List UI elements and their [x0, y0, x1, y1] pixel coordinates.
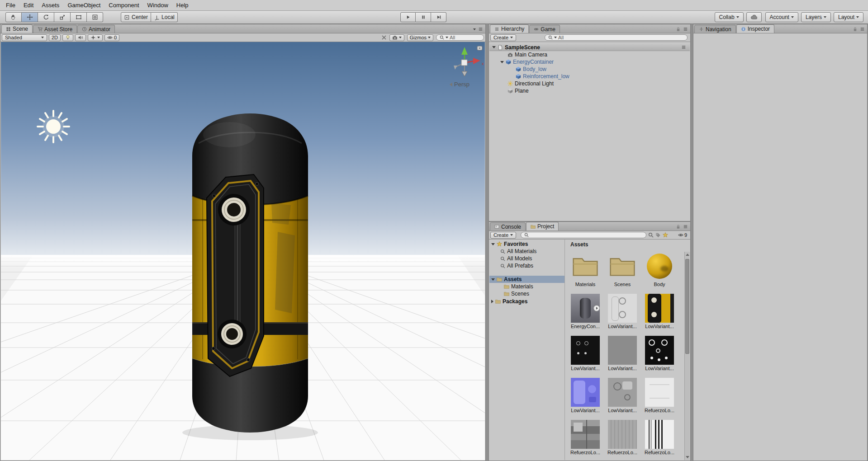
rotate-tool-button[interactable] — [38, 12, 54, 22]
search-by-type-icon[interactable] — [648, 232, 654, 238]
play-button[interactable] — [400, 12, 416, 22]
scale-tool-button[interactable] — [54, 12, 71, 22]
pane-dropdown-icon[interactable] — [473, 28, 476, 30]
asset-item[interactable]: LowVariant... — [641, 294, 678, 336]
editor-tools-icon[interactable] — [381, 35, 387, 40]
menu-edit[interactable]: Edit — [19, 0, 38, 10]
tab-asset-store[interactable]: Asset Store — [33, 25, 77, 33]
scrollbar-thumb[interactable] — [685, 259, 689, 354]
scene-audio-toggle[interactable] — [75, 34, 86, 41]
sidebar-all-models[interactable]: All Models — [489, 255, 564, 262]
menu-help[interactable]: Help — [172, 0, 193, 10]
search-by-label-icon[interactable] — [655, 232, 661, 238]
pane-menu-icon[interactable] — [683, 27, 688, 32]
asset-item[interactable]: LowVariant... — [641, 336, 678, 378]
hierarchy-item-body-low[interactable]: Body_low — [489, 66, 690, 73]
expander-icon[interactable] — [500, 61, 504, 63]
menu-component[interactable]: Component — [104, 0, 143, 10]
asset-item[interactable]: LowVariant... — [604, 378, 641, 420]
asset-item[interactable]: Materials — [567, 252, 604, 294]
hierarchy-item-directional-light[interactable]: Directional Light — [489, 80, 690, 87]
hierarchy-item-samplescene[interactable]: SampleScene — [489, 44, 690, 51]
pivot-mode-button[interactable]: Center — [121, 12, 151, 22]
move-tool-button[interactable] — [22, 12, 38, 22]
sidebar-materials-folder[interactable]: Materials — [489, 283, 564, 290]
tab-scene[interactable]: Scene — [1, 24, 33, 33]
prefab-expand-icon[interactable] — [593, 305, 600, 311]
lock-icon[interactable] — [676, 224, 681, 229]
expander-icon[interactable] — [492, 46, 496, 48]
asset-item[interactable]: EnergyCon... — [567, 294, 604, 336]
favorite-search-icon[interactable] — [663, 232, 668, 238]
scene-search-input[interactable]: All — [436, 34, 484, 41]
asset-item[interactable]: LowVariant... — [604, 336, 641, 378]
menu-gameobject[interactable]: GameObject — [63, 0, 104, 10]
scene-lighting-toggle[interactable] — [62, 34, 73, 41]
menu-window[interactable]: Window — [143, 0, 172, 10]
asset-item[interactable]: Body — [641, 252, 678, 294]
layout-button[interactable]: Layout — [834, 12, 863, 22]
menu-file[interactable]: File — [2, 0, 19, 10]
transform-tool-button[interactable] — [87, 12, 103, 22]
project-scrollbar[interactable] — [684, 252, 690, 460]
hierarchy-search-input[interactable]: All — [545, 34, 688, 41]
step-button[interactable] — [431, 12, 446, 22]
scene-options-icon[interactable] — [681, 45, 686, 50]
shading-mode-dropdown[interactable]: Shaded — [2, 34, 47, 41]
sidebar-scenes-folder[interactable]: Scenes — [489, 290, 564, 297]
pane-menu-icon[interactable] — [860, 27, 865, 32]
asset-item[interactable]: RefuerzoLo... — [604, 420, 641, 461]
2d-toggle-button[interactable]: 2D — [49, 34, 61, 41]
viewport-settings-icon[interactable] — [477, 46, 482, 50]
project-search-input[interactable] — [521, 232, 646, 238]
scene-viewport[interactable]: x Persp — [1, 42, 485, 460]
tab-project[interactable]: Project — [526, 222, 559, 230]
account-button[interactable]: Account — [765, 12, 798, 22]
scene-camera-dropdown[interactable] — [389, 34, 404, 41]
cloud-button[interactable] — [746, 12, 762, 22]
expander-icon[interactable] — [491, 278, 495, 281]
hierarchy-create-dropdown[interactable]: Create — [490, 34, 516, 41]
scroll-down-icon[interactable] — [686, 456, 689, 458]
asset-item[interactable]: RefuerzoLo... — [641, 378, 678, 420]
tab-console[interactable]: Console — [490, 222, 526, 230]
scroll-up-icon[interactable] — [686, 254, 689, 256]
energy-container-object[interactable] — [192, 113, 308, 433]
sidebar-packages-root[interactable]: Packages — [489, 298, 564, 305]
project-create-dropdown[interactable]: Create — [490, 232, 516, 239]
lock-icon[interactable] — [853, 27, 858, 32]
asset-item[interactable]: LowVariant... — [604, 294, 641, 336]
scene-effects-dropdown[interactable] — [88, 34, 103, 41]
hand-tool-button[interactable] — [5, 12, 22, 22]
sidebar-all-materials[interactable]: All Materials — [489, 248, 564, 255]
pane-menu-icon[interactable] — [478, 27, 483, 32]
asset-item[interactable]: RefuerzoLo... — [641, 420, 678, 461]
sidebar-all-prefabs[interactable]: All Prefabs — [489, 262, 564, 269]
expander-icon[interactable] — [491, 243, 495, 245]
hierarchy-item-plane[interactable]: Plane — [489, 87, 690, 94]
tab-hierarchy[interactable]: Hierarchy — [490, 24, 529, 33]
expander-icon[interactable] — [491, 300, 493, 303]
sidebar-favorites[interactable]: Favorites — [489, 240, 564, 248]
lock-icon[interactable] — [676, 27, 681, 32]
pivot-rotation-button[interactable]: Local — [151, 12, 178, 22]
hierarchy-item-reinforcement-low[interactable]: Reinforcement_low — [489, 73, 690, 80]
collab-button[interactable]: Collab — [715, 12, 744, 22]
tab-navigation[interactable]: Navigation — [694, 25, 736, 33]
menu-assets[interactable]: Assets — [38, 0, 63, 10]
asset-item[interactable]: LowVariant... — [567, 378, 604, 420]
hidden-packages-toggle[interactable]: 9 — [678, 232, 687, 238]
gizmos-dropdown[interactable]: Gizmos — [407, 34, 433, 41]
pane-menu-icon[interactable] — [683, 224, 688, 229]
tab-inspector[interactable]: Inspector — [736, 24, 774, 33]
tab-animator[interactable]: Animator — [77, 25, 115, 33]
hierarchy-item-main-camera[interactable]: Main Camera — [489, 51, 690, 58]
tab-game[interactable]: Game — [529, 25, 560, 33]
sidebar-assets-root[interactable]: Assets — [489, 276, 564, 283]
rect-tool-button[interactable] — [71, 12, 87, 22]
asset-item[interactable]: Scenes — [604, 252, 641, 294]
scene-visibility-toggle[interactable]: 0 — [104, 34, 119, 41]
asset-item[interactable]: RefuerzoLo... — [567, 420, 604, 461]
asset-item[interactable]: LowVariant... — [567, 336, 604, 378]
persp-label[interactable]: Persp — [454, 81, 470, 88]
